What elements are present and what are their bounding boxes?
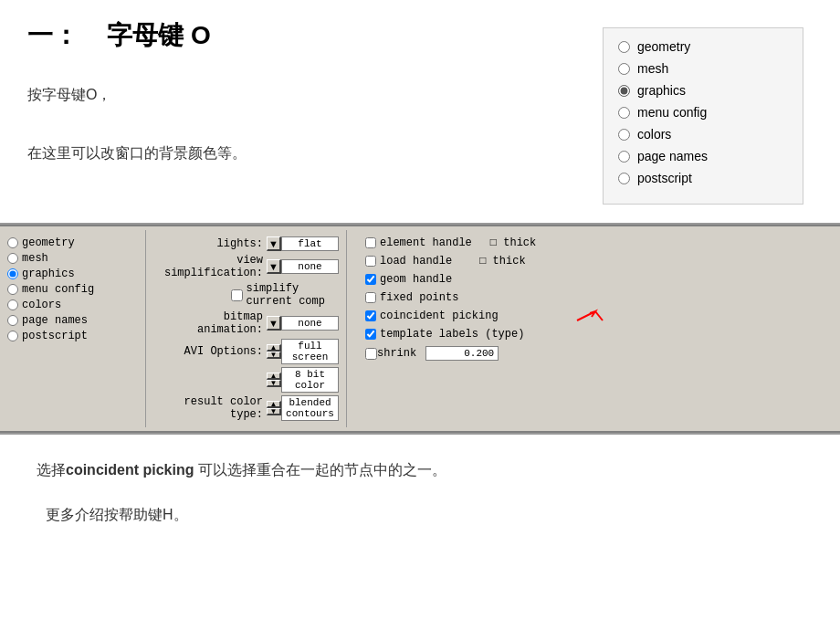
bitmap-animation-dropdown[interactable]: ▼ [267,316,281,331]
fixed-points-checkbox[interactable] [365,292,376,303]
template-labels-checkbox[interactable] [365,329,376,340]
result-color-row: result color type: ▲ ▼ blended contours [153,395,339,421]
avi-options-row1: AVI Options: ▲ ▼ full screen [153,339,339,364]
panel-radio-page-names[interactable]: page names [7,314,138,327]
bit-color-row: ▲ ▼ 8 bit color [153,367,339,393]
page-title: 一： 字母键 O [27,18,603,53]
radio-colors[interactable]: colors [618,127,788,142]
fixed-points-row: fixed points [365,291,595,304]
panel-radio-menu-config[interactable]: menu config [7,283,138,296]
radio-mesh[interactable]: mesh [618,61,788,76]
help-text: 更多介绍按帮助键H。 [46,502,803,529]
shrink-checkbox[interactable] [365,348,377,360]
element-handle-row: element handle □ thick [365,236,595,249]
template-labels-row: template labels (type) [365,328,595,341]
left-content: 一： 字母键 O 按字母键O， 在这里可以改窗口的背景颜色等。 [27,18,603,205]
panel-form: lights: ▼ flat view simplification: ▼ no… [146,230,347,427]
radio-page-names[interactable]: page names [618,149,788,163]
lights-row: lights: ▼ flat [153,236,339,251]
load-handle-checkbox[interactable] [365,256,376,267]
svg-line-0 [595,311,603,320]
avi-spinner-down[interactable]: ▼ [267,352,281,359]
panel-radio-graphics[interactable]: graphics [7,268,138,280]
radio-geometry[interactable]: geometry [618,39,788,54]
view-simplification-dropdown[interactable]: ▼ [267,259,281,274]
geom-handle-row: geom handle [365,273,595,286]
panel-checkboxes: element handle □ thick load handle □ thi… [347,230,603,427]
shrink-row: shrink 0.200 [365,346,595,361]
radio-panel-top: geometry mesh graphics menu config color… [603,27,803,205]
bottom-section: 选择coincident picking 可以选择重合在一起的节点中的之一。 更… [0,435,840,547]
panel-radio-postscript[interactable]: postscript [7,330,138,342]
load-handle-row: load handle □ thick [365,255,595,268]
red-arrow-icon [575,308,604,324]
bit-spinner-down[interactable]: ▼ [267,380,281,387]
radio-postscript[interactable]: postscript [618,171,788,185]
element-handle-checkbox[interactable] [365,237,376,248]
result-spinner-down[interactable]: ▼ [267,408,281,415]
bottom-description: 选择coincident picking 可以选择重合在一起的节点中的之一。 [37,457,803,484]
radio-graphics[interactable]: graphics [618,83,788,98]
coincident-picking-row: coincident picking [365,310,595,322]
top-section: 一： 字母键 O 按字母键O， 在这里可以改窗口的背景颜色等。 geometry… [0,0,840,223]
panel-radio-colors[interactable]: colors [7,299,138,311]
ui-panel: geometry mesh graphics menu config color… [0,225,840,433]
lights-dropdown[interactable]: ▼ [267,236,281,251]
simplify-comp-checkbox[interactable] [231,289,243,301]
radio-menu-config[interactable]: menu config [618,105,788,120]
panel-radio-list: geometry mesh graphics menu config color… [0,230,146,427]
simplify-comp-row: simplify current comp [153,282,339,308]
panel-radio-geometry[interactable]: geometry [7,236,138,249]
view-simplification-row: view simplification: ▼ none [153,254,339,279]
panel-radio-mesh[interactable]: mesh [7,252,138,265]
bitmap-animation-row: bitmap animation: ▼ none [153,310,339,336]
description-block: 按字母键O， 在这里可以改窗口的背景颜色等。 [27,80,603,168]
coincident-picking-checkbox[interactable] [365,310,376,321]
geom-handle-checkbox[interactable] [365,274,376,285]
